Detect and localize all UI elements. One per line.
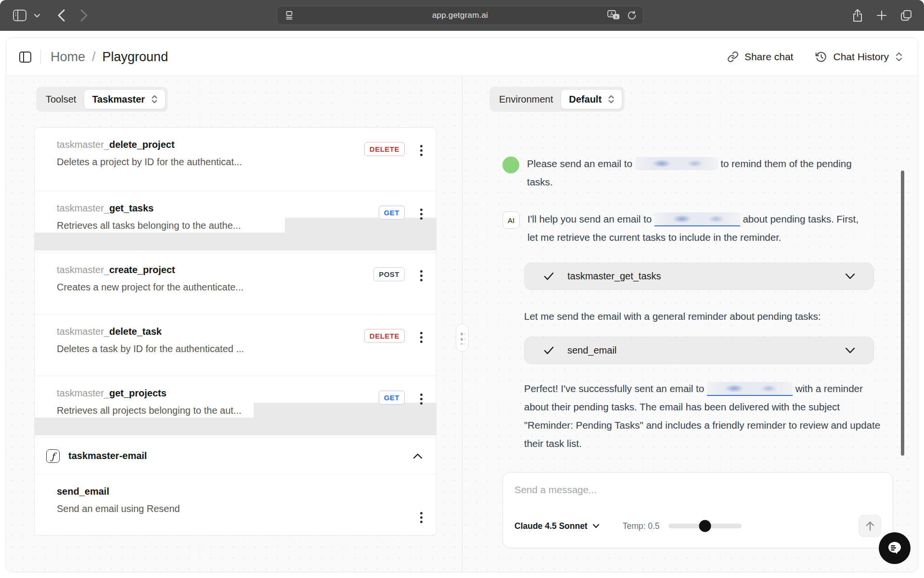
tool-group-name: taskmaster-email [68,450,404,461]
breadcrumb-separator: / [92,50,96,65]
redacted-email-link[interactable] [654,212,740,226]
panel-toggle-icon[interactable] [19,51,32,63]
environment-value: Default [569,94,602,105]
tool-description: Retrieves all tasks belonging to the aut… [57,220,379,231]
tab-overview-icon[interactable] [900,9,912,22]
ai-message-text: Let me send the email with a general rem… [524,307,868,326]
method-badge: DELETE [364,142,405,156]
reload-icon[interactable] [627,10,637,21]
breadcrumb: Home / Playground [51,50,168,65]
method-badge: DELETE [364,329,405,343]
temperature-slider[interactable] [668,524,742,528]
method-badge: GET [379,206,405,220]
user-message-text: Please send an email to to remind them o… [527,155,871,191]
tool-group-header[interactable]: ƒ taskmaster-email [35,438,436,474]
tool-row-send-email[interactable]: send_email Send an email using Resend [35,474,436,536]
redacted-email-link[interactable] [707,382,793,396]
toolset-select[interactable]: Taskmaster [84,89,166,109]
chevron-up-icon[interactable] [413,453,423,459]
check-icon [544,346,554,355]
ai-message-text: I'll help you send an email to about pen… [527,210,872,247]
tool-description: Retrieves all projects belonging to the … [57,405,379,416]
new-tab-icon[interactable] [876,10,887,21]
user-avatar [502,157,519,173]
chevron-down-icon [845,347,855,354]
tool-list: taskmaster_delete_project Deletes a proj… [34,127,436,536]
tool-call-name: taskmaster_get_tasks [567,271,832,282]
check-icon [544,272,554,280]
tool-name: get_projects [109,388,167,398]
browser-sidebar-icon[interactable] [13,9,27,22]
toolset-panel: Toolset Taskmaster taskmaster_delete_ [6,76,462,572]
environment-select[interactable]: Default [561,89,622,109]
environment-selector: Environment Default [489,87,625,112]
kebab-menu-icon[interactable] [418,206,424,223]
send-button[interactable] [859,515,881,537]
url-text: app.getgram.ai [277,11,643,20]
share-chat-button[interactable]: Share chat [727,51,794,63]
chat-bubble-icon [886,539,904,557]
tool-row-get-tasks[interactable]: taskmaster_get_tasks Retrieves all tasks… [35,191,436,253]
tool-name: delete_project [109,139,175,150]
tool-description: Creates a new project for the authentica… [57,282,373,293]
tool-call-send-email[interactable]: send_email [524,337,874,364]
chevron-down-icon [845,273,855,279]
toolset-label: Toolset [46,94,76,105]
model-select[interactable]: Claude 4.5 Sonnet [514,521,600,531]
kebab-menu-icon[interactable] [418,329,424,346]
ai-avatar: AI [502,211,520,229]
chat-scrollbar[interactable] [901,171,904,456]
method-badge: GET [379,391,405,405]
ai-message: Let me send the email with a general rem… [524,307,895,326]
tool-call-get-tasks[interactable]: taskmaster_get_tasks [524,263,874,290]
tool-name: get_tasks [109,203,154,213]
tool-call-name: send_email [567,345,832,356]
tool-prefix: taskmaster_ [57,203,109,213]
updown-chevron-icon [607,94,615,105]
toolset-value: Taskmaster [92,94,145,105]
kebab-menu-icon[interactable] [418,391,424,407]
breadcrumb-home[interactable]: Home [51,50,85,65]
translate-icon[interactable]: A x [607,10,621,21]
user-message: Please send an email to to remind them o… [502,155,873,191]
ai-message: Perfect! I've successfully sent an email… [524,380,895,453]
updown-chevron-icon [151,94,158,105]
tool-description: Deletes a task by ID for the authenticat… [57,343,364,355]
share-icon[interactable] [852,9,863,22]
header-divider [40,50,41,64]
tool-row-delete-project[interactable]: taskmaster_delete_project Deletes a proj… [35,128,436,191]
chat-history-button[interactable]: Chat History [815,51,903,63]
main-content: Toolset Taskmaster taskmaster_delete_ [6,76,918,572]
tool-prefix: taskmaster_ [57,264,109,275]
address-bar[interactable]: app.getgram.ai A x [277,6,643,25]
updown-chevron-icon [895,51,903,63]
svg-text:A: A [610,12,614,17]
tool-row-get-projects[interactable]: taskmaster_get_projects Retrieves all pr… [35,376,436,438]
temperature-label: Temp: 0.5 [623,521,660,531]
slider-thumb[interactable] [699,520,711,532]
ai-message: AI I'll help you send an email to about … [502,210,873,247]
tool-description: Deletes a project by ID for the authenti… [57,157,364,168]
message-input[interactable] [514,484,881,496]
tool-prefix: taskmaster_ [57,388,109,398]
function-icon: ƒ [46,449,60,463]
environment-label: Environment [499,94,553,105]
tool-row-delete-task[interactable]: taskmaster_delete_task Deletes a task by… [35,315,436,376]
tool-row-create-project[interactable]: taskmaster_create_project Creates a new … [35,253,436,315]
app-window: Home / Playground Share chat [6,38,918,572]
support-chat-fab[interactable] [879,532,911,564]
sidebar-chevron-down-icon[interactable] [34,13,40,18]
page-title: Playground [103,50,168,65]
chat-history-label: Chat History [833,51,889,63]
kebab-menu-icon[interactable] [418,267,424,284]
toolset-selector: Toolset Taskmaster [36,87,168,112]
kebab-menu-icon[interactable] [418,142,424,159]
forward-button[interactable] [80,9,88,22]
svg-text:x: x [615,14,617,19]
panel-drag-handle[interactable] [456,324,469,352]
chat-panel: Environment Default Please send an email… [462,76,918,572]
kebab-menu-icon[interactable] [418,509,424,526]
tool-description: Send an email using Resend [57,503,418,514]
drag-dots-icon [460,331,465,344]
back-button[interactable] [58,9,65,22]
